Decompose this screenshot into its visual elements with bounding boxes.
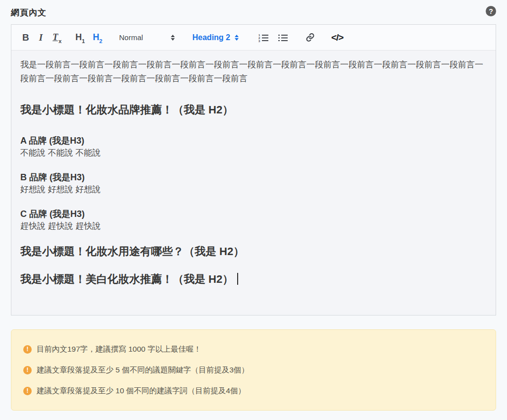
- text-caret: [237, 273, 238, 285]
- warning-text: 建議文章段落提及至少 10 個不同的建議字詞（目前提及4個）: [37, 385, 246, 396]
- help-icon[interactable]: ?: [486, 6, 496, 16]
- warning-text: 建議文章段落提及至少 5 個不同的議題關鍵字（目前提及3個）: [37, 365, 249, 375]
- brand-heading-h3: C 品牌 (我是H3): [20, 208, 487, 220]
- bullet-list-button[interactable]: [278, 33, 288, 42]
- chevron-updown-icon: [235, 35, 239, 41]
- warning-item: ! 目前內文197字，建議撰寫 1000 字以上最佳喔！: [23, 344, 484, 355]
- heading1-button[interactable]: H1: [75, 32, 85, 43]
- italic-button[interactable]: I: [39, 32, 43, 43]
- warning-icon: !: [23, 345, 32, 354]
- bold-button[interactable]: B: [22, 32, 29, 43]
- code-button[interactable]: </>: [331, 32, 343, 43]
- warning-text: 目前內文197字，建議撰寫 1000 字以上最佳喔！: [37, 344, 201, 355]
- brand-body: 不能說 不能說 不能說: [20, 147, 487, 159]
- clear-formatting-icon: T: [52, 32, 58, 43]
- brand-body: 趕快說 趕快說 趕快說: [20, 220, 487, 232]
- warning-item: ! 建議文章段落提及至少 5 個不同的議題關鍵字（目前提及3個）: [23, 365, 484, 375]
- brand-heading-h3: B 品牌 (我是H3): [20, 171, 487, 184]
- svg-text:3: 3: [258, 40, 260, 42]
- link-icon: [305, 32, 315, 43]
- heading-style-value: Heading 2: [193, 33, 230, 42]
- brand-block-b: B 品牌 (我是H3) 好想說 好想說 好想說: [20, 171, 487, 196]
- warning-icon: !: [23, 387, 32, 395]
- link-button[interactable]: [305, 32, 315, 43]
- page: 網頁內文 ? B I Tx H1 H2 Normal Heading 2 1: [0, 0, 507, 411]
- block-style-value: Normal: [119, 33, 143, 42]
- chevron-updown-icon: [171, 35, 175, 41]
- ordered-list-button[interactable]: 1 2 3: [258, 33, 269, 42]
- section-heading-h2: 我是小標題！美白化妝水推薦！（我是 H2）: [20, 272, 487, 287]
- warning-icon: !: [23, 366, 32, 374]
- block-style-select[interactable]: Normal: [119, 33, 175, 42]
- rich-text-editor: B I Tx H1 H2 Normal Heading 2 1 2 3: [11, 24, 496, 315]
- brand-block-c: C 品牌 (我是H3) 趕快說 趕快說 趕快說: [20, 208, 487, 232]
- editor-content-area[interactable]: 我是一段前言一段前言一段前言一段前言一段前言一段前言一段前言一段前言一段前言一段…: [11, 51, 496, 315]
- section-heading-h2: 我是小標題！化妝水用途有哪些？（我是 H2）: [20, 244, 487, 259]
- warning-item: ! 建議文章段落提及至少 10 個不同的建議字詞（目前提及4個）: [23, 385, 484, 396]
- bullet-list-icon: [278, 33, 288, 42]
- brand-block-a: A 品牌 (我是H3) 不能說 不能說 不能說: [20, 134, 487, 159]
- ordered-list-icon: 1 2 3: [258, 33, 269, 42]
- header: 網頁內文 ?: [11, 5, 496, 18]
- seo-suggestions-panel: ! 目前內文197字，建議撰寫 1000 字以上最佳喔！ ! 建議文章段落提及至…: [11, 329, 496, 411]
- brand-body: 好想說 好想說 好想說: [20, 184, 487, 196]
- clear-formatting-button[interactable]: Tx: [52, 32, 61, 43]
- heading-style-select[interactable]: Heading 2: [193, 33, 239, 42]
- heading2-button[interactable]: H2: [93, 32, 102, 43]
- intro-paragraph: 我是一段前言一段前言一段前言一段前言一段前言一段前言一段前言一段前言一段前言一段…: [20, 58, 487, 86]
- page-title: 網頁內文: [11, 5, 47, 18]
- editor-toolbar: B I Tx H1 H2 Normal Heading 2 1 2 3: [11, 25, 496, 51]
- brand-heading-h3: A 品牌 (我是H3): [20, 134, 487, 147]
- section-heading-h2: 我是小標題！化妝水品牌推薦！（我是 H2）: [20, 103, 487, 117]
